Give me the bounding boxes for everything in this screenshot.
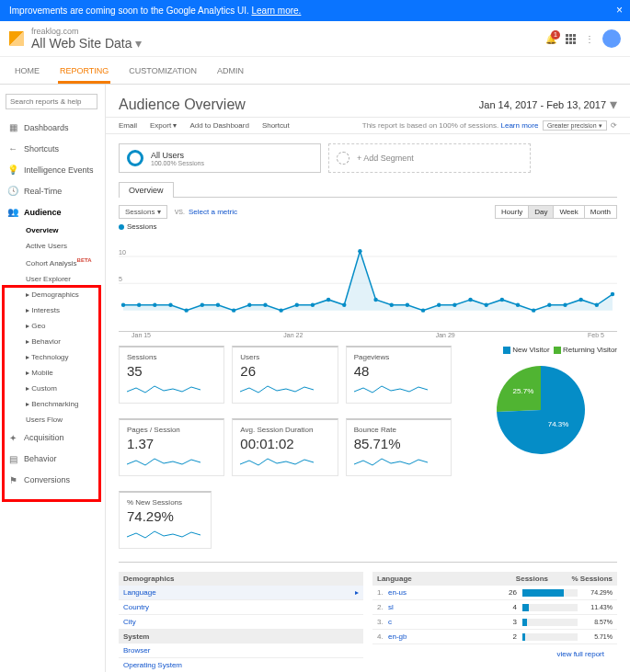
chevron-icon[interactable]: ⟳ xyxy=(611,121,617,130)
chevron-down-icon[interactable]: ▾ xyxy=(610,96,617,113)
apps-icon[interactable] xyxy=(566,34,576,44)
sub-interests[interactable]: ▸ Interests xyxy=(0,302,105,318)
shortcut-button[interactable]: Shortcut xyxy=(262,121,290,130)
sidebar-item-intelligence[interactable]: 💡Intelligence Events xyxy=(0,159,105,180)
tab-admin[interactable]: ADMIN xyxy=(215,61,246,84)
chart-legend: Sessions xyxy=(127,222,156,231)
sidebar-item-acquisition[interactable]: ✦Acquisition xyxy=(0,427,105,449)
select-metric[interactable]: Select a metric xyxy=(189,208,237,216)
svg-point-26 xyxy=(468,298,472,302)
precision-select[interactable]: Greater precision ▾ xyxy=(543,120,607,131)
tab-overview[interactable]: Overview xyxy=(119,182,174,198)
tab-customization[interactable]: CUSTOMIZATION xyxy=(127,61,199,84)
metric-card[interactable]: Pageviews 48 xyxy=(346,346,452,404)
svg-point-30 xyxy=(532,308,535,312)
sidebar-item-behavior[interactable]: ▤Behavior xyxy=(0,449,105,470)
sessions-chart[interactable]: 510 xyxy=(106,234,630,331)
svg-point-32 xyxy=(563,303,567,307)
metric-card[interactable]: Avg. Session Duration 00:01:02 xyxy=(232,418,338,476)
svg-point-4 xyxy=(121,303,125,307)
table-row[interactable]: 1.en-us 26 74.29% xyxy=(372,586,617,600)
metric-card[interactable]: % New Sessions 74.29% xyxy=(119,491,212,549)
svg-point-23 xyxy=(421,308,425,312)
banner-learn-more[interactable]: Learn more. xyxy=(251,6,301,16)
svg-point-16 xyxy=(311,303,315,307)
metric-value: 85.71% xyxy=(354,436,443,451)
circle-icon xyxy=(127,150,143,166)
ga-logo-icon[interactable] xyxy=(9,31,24,46)
date-range[interactable]: Jan 14, 2017 - Feb 13, 2017 xyxy=(479,99,606,110)
metric-label: Avg. Session Duration xyxy=(240,426,329,434)
sub-users-flow[interactable]: Users Flow xyxy=(0,412,105,427)
sidebar-item-realtime[interactable]: 🕓Real-Time xyxy=(0,180,105,201)
metric-label: Sessions xyxy=(127,353,216,361)
demo-header: Demographics xyxy=(119,572,363,586)
svg-point-11 xyxy=(232,308,235,312)
search-input[interactable] xyxy=(6,94,97,109)
metric-card[interactable]: Bounce Rate 85.71% xyxy=(346,418,452,476)
svg-point-10 xyxy=(216,303,220,307)
svg-point-28 xyxy=(500,298,504,302)
btn-hourly[interactable]: Hourly xyxy=(495,205,529,219)
sampling-text: This report is based on 100% of sessions… xyxy=(362,121,499,130)
btn-week[interactable]: Week xyxy=(553,205,584,219)
btn-month[interactable]: Month xyxy=(584,205,617,219)
sub-benchmarking[interactable]: ▸ Benchmarking xyxy=(0,396,105,412)
sidebar-item-audience[interactable]: 👥Audience xyxy=(0,201,105,222)
sw-ret-icon xyxy=(554,347,561,354)
sub-active-users[interactable]: Active Users xyxy=(0,238,105,254)
sub-mobile[interactable]: ▸ Mobile xyxy=(0,365,105,381)
learn-more-link[interactable]: Learn more xyxy=(501,121,539,130)
svg-point-8 xyxy=(184,308,188,312)
svg-point-27 xyxy=(484,303,487,307)
svg-point-5 xyxy=(137,303,141,307)
sub-technology[interactable]: ▸ Technology xyxy=(0,349,105,365)
sub-custom[interactable]: ▸ Custom xyxy=(0,381,105,396)
svg-point-17 xyxy=(326,298,330,302)
sub-overview[interactable]: Overview xyxy=(0,222,105,238)
add-segment[interactable]: + Add Segment xyxy=(328,143,531,173)
view-full-report[interactable]: view full report xyxy=(556,650,604,658)
dim-browser[interactable]: Browser xyxy=(119,644,363,658)
dim-country[interactable]: Country xyxy=(119,600,363,615)
table-row[interactable]: 3.c 3 8.57% xyxy=(372,615,617,630)
add-dashboard-button[interactable]: Add to Dashboard xyxy=(189,121,249,130)
account-selector[interactable]: freaklog.com All Web Site Data ▾ xyxy=(31,27,142,51)
svg-point-9 xyxy=(200,303,204,307)
table-row[interactable]: 4.en-gb 2 5.71% xyxy=(372,630,617,644)
sub-behavior[interactable]: ▸ Behavior xyxy=(0,334,105,349)
close-icon[interactable]: × xyxy=(616,4,623,17)
sub-user-explorer[interactable]: User Explorer xyxy=(0,271,105,287)
sub-cohort[interactable]: Cohort AnalysisBETA xyxy=(0,254,105,271)
segment-all-users[interactable]: All Users100.00% Sessions xyxy=(119,143,321,173)
svg-point-19 xyxy=(358,249,361,253)
dim-language[interactable]: Language▸ xyxy=(119,586,363,600)
metric-select[interactable]: Sessions ▾ xyxy=(119,205,167,219)
metric-card[interactable]: Sessions 35 xyxy=(119,346,224,404)
flag-icon: ⚑ xyxy=(7,475,18,485)
email-button[interactable]: Email xyxy=(119,121,137,130)
metric-card[interactable]: Pages / Session 1.37 xyxy=(119,418,224,476)
tab-reporting[interactable]: REPORTING xyxy=(58,61,110,84)
svg-point-20 xyxy=(373,298,377,302)
svg-point-34 xyxy=(595,303,599,307)
svg-text:10: 10 xyxy=(119,249,126,256)
tab-home[interactable]: HOME xyxy=(13,61,41,84)
sub-geo[interactable]: ▸ Geo xyxy=(0,318,105,334)
btn-day[interactable]: Day xyxy=(528,205,554,219)
sidebar-item-conversions[interactable]: ⚑Conversions xyxy=(0,470,105,491)
visitor-pie-chart[interactable]: 25.7%74.3% xyxy=(481,359,601,461)
export-button[interactable]: Export ▾ xyxy=(150,121,177,130)
table-row[interactable]: 2.sl 4 11.43% xyxy=(372,600,617,615)
sidebar-item-shortcuts[interactable]: ←Shortcuts xyxy=(0,138,105,159)
dim-os[interactable]: Operating System xyxy=(119,658,363,672)
sub-demographics[interactable]: ▸ Demographics xyxy=(0,287,105,302)
menu-icon[interactable]: ⋮ xyxy=(585,34,593,44)
notifications-icon[interactable]: 🔔1 xyxy=(545,34,556,44)
metric-card[interactable]: Users 26 xyxy=(232,346,338,404)
avatar[interactable] xyxy=(602,29,621,48)
dim-city[interactable]: City xyxy=(119,615,363,630)
dashboards-icon: ▦ xyxy=(7,122,18,132)
sidebar-item-dashboards[interactable]: ▦Dashboards xyxy=(0,117,105,138)
svg-text:25.7%: 25.7% xyxy=(513,387,534,395)
